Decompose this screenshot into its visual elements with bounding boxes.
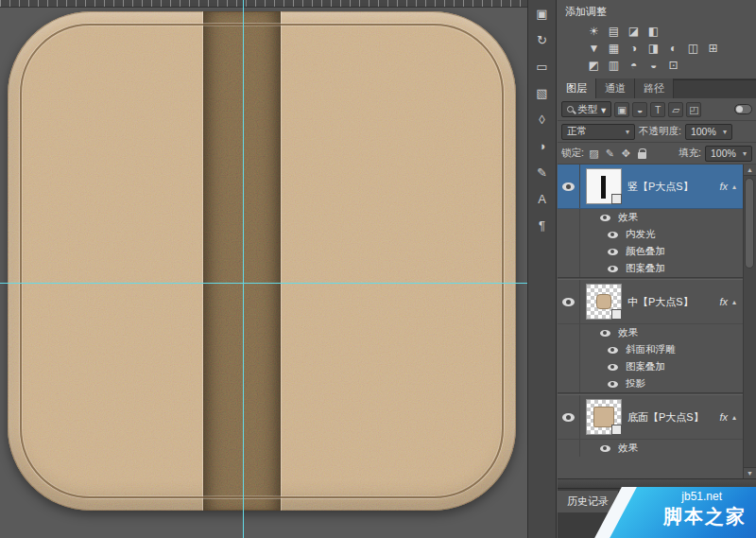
blend-mode-dropdown[interactable]: 正常 ▾ [561,124,635,140]
gradient-tool-icon[interactable]: ▧ [531,83,553,102]
history-brush-tool-icon[interactable]: ↻ [531,30,553,49]
hue-saturation-icon[interactable]: ▦ [606,41,622,56]
tab-layers[interactable]: 图层 [558,78,596,98]
adjustments-panel: 添加调整 ☀ ▤ ◪ ◧ ▼ ▦ ◑ ◨ ◐ ◫ ⊞ ◩ ▥ ◓ ◒ ⊡ [558,0,756,79]
thumbnail-badge [611,309,622,320]
effects-group-label[interactable]: 效果 [558,324,743,341]
layer-thumbnail[interactable] [586,399,622,435]
curves-icon[interactable]: ◪ [626,24,642,39]
vertical-guide[interactable] [243,0,244,538]
layers-scrollbar[interactable]: ▲ ▼ [743,165,756,478]
effect-row-inner-glow[interactable]: 内发光 [558,226,743,243]
lock-transparency-icon[interactable]: ▨ [588,147,600,160]
posterize-icon[interactable]: ▥ [606,58,622,73]
scrollbar-thumb[interactable] [745,178,754,269]
effect-row-drop-shadow[interactable]: 投影 [558,375,743,392]
brightness-contrast-icon[interactable]: ☀ [586,24,602,39]
vibrance-icon[interactable]: ▼ [586,41,602,56]
scroll-up-icon[interactable]: ▲ [744,165,756,176]
channel-mixer-icon[interactable]: ◫ [685,41,701,56]
shape-layer-filter-icon[interactable]: ▱ [668,102,683,117]
icon-groove-ring [20,24,504,498]
visibility-eye-icon[interactable] [608,347,618,354]
blend-opacity-bar: 正常 ▾ 不透明度: 100% ▾ [558,121,756,143]
visibility-eye-icon[interactable] [608,364,618,371]
filter-kind-dropdown[interactable]: 类型 ▾ [561,101,611,117]
fx-badge[interactable]: fx [719,411,728,423]
tab-channels[interactable]: 通道 [596,78,635,98]
pen-tool-icon[interactable]: ✎ [531,163,553,182]
threshold-icon[interactable]: ◓ [626,58,642,73]
black-white-icon[interactable]: ◨ [645,41,662,56]
thumbnail-badge [611,425,622,435]
adjustment-layer-filter-icon[interactable]: ◒ [632,102,647,117]
type-layer-filter-icon[interactable]: T [650,102,665,117]
thumbnail-badge [611,194,622,204]
effect-label: 投影 [626,377,645,390]
visibility-eye-icon[interactable] [600,445,610,452]
fx-badge[interactable]: fx [719,296,728,307]
invert-icon[interactable]: ◩ [586,58,602,73]
layer-name[interactable]: 中【P大点S】 [627,295,719,309]
collapse-effects-icon[interactable]: ▴ [729,413,740,422]
panel-dock: 添加调整 ☀ ▤ ◪ ◧ ▼ ▦ ◑ ◨ ◐ ◫ ⊞ ◩ ▥ ◓ ◒ ⊡ 图层 … [558,0,756,538]
levels-icon[interactable]: ▤ [606,24,622,39]
layer-name[interactable]: 底面【P大点S】 [627,410,719,425]
layers-panel-body: 竖【P大点S】 fx ▴ 效果 内发光 颜色叠加 [558,165,756,478]
paragraph-tool-icon[interactable]: ¶ [531,216,553,234]
layer-row-base[interactable]: 底面【P大点S】 fx ▴ [558,395,743,440]
type-tool-icon[interactable]: A [531,189,553,208]
lock-position-icon[interactable]: ✥ [620,147,632,160]
visibility-eye-icon[interactable] [562,298,575,306]
layer-row-vertical[interactable]: 竖【P大点S】 fx ▴ [558,165,743,209]
effect-label: 斜面和浮雕 [626,343,676,356]
selective-color-icon[interactable]: ⊡ [665,58,681,73]
effect-row-color-overlay[interactable]: 颜色叠加 [558,243,743,260]
layer-thumbnail[interactable] [586,284,622,320]
effect-row-bevel-emboss[interactable]: 斜面和浮雕 [558,341,743,358]
visibility-eye-icon[interactable] [608,381,618,388]
tab-paths[interactable]: 路径 [635,78,674,98]
scroll-down-icon[interactable]: ▼ [744,467,756,478]
visibility-eye-icon[interactable] [608,249,618,255]
visibility-eye-icon[interactable] [600,215,610,221]
collapse-effects-icon[interactable]: ▴ [729,298,740,306]
lock-pixels-icon[interactable]: ✎ [604,147,616,160]
dodge-tool-icon[interactable]: ◑ [531,136,553,155]
gradient-map-icon[interactable]: ◒ [645,58,662,73]
visibility-eye-icon[interactable] [562,182,575,191]
effects-group-label[interactable]: 效果 [558,209,743,226]
chevron-down-icon: ▾ [743,149,747,158]
filter-kind-label: 类型 [577,103,597,116]
clone-stamp-tool-icon[interactable]: ▣ [531,4,553,23]
color-balance-icon[interactable]: ◑ [626,41,642,56]
layer-name[interactable]: 竖【P大点S】 [627,180,719,194]
smart-object-filter-icon[interactable]: ◰ [686,102,701,117]
collapse-effects-icon[interactable]: ▴ [729,182,740,191]
layer-thumbnail[interactable] [586,168,622,204]
eraser-tool-icon[interactable]: ▭ [531,57,553,76]
lock-all-icon[interactable] [636,147,648,160]
opacity-dropdown[interactable]: 100% ▾ [685,124,732,140]
visibility-eye-icon[interactable] [608,232,618,238]
exposure-icon[interactable]: ◧ [645,24,662,39]
pixel-layer-filter-icon[interactable]: ▣ [614,102,629,117]
chevron-down-icon: ▾ [723,128,727,136]
search-icon [567,106,574,113]
fill-dropdown[interactable]: 100% ▾ [705,146,752,162]
effects-group-label[interactable]: 效果 [558,440,743,457]
horizontal-guide[interactable] [0,283,527,284]
photo-filter-icon[interactable]: ◐ [665,41,681,56]
blur-tool-icon[interactable]: ◊ [531,110,553,129]
effect-row-pattern-overlay[interactable]: 图案叠加 [558,358,743,375]
layer-row-middle[interactable]: 中【P大点S】 fx ▴ [558,280,743,324]
fx-badge[interactable]: fx [719,181,728,192]
visibility-eye-icon[interactable] [608,266,618,272]
visibility-eye-icon[interactable] [600,330,610,337]
filter-toggle-switch[interactable] [734,104,752,114]
effect-row-pattern-overlay[interactable]: 图案叠加 [558,260,743,277]
color-lookup-icon[interactable]: ⊞ [705,41,721,56]
document-canvas[interactable] [0,0,527,538]
adjustments-row-2: ▼ ▦ ◑ ◨ ◐ ◫ ⊞ [558,40,756,57]
visibility-eye-icon[interactable] [562,413,575,422]
